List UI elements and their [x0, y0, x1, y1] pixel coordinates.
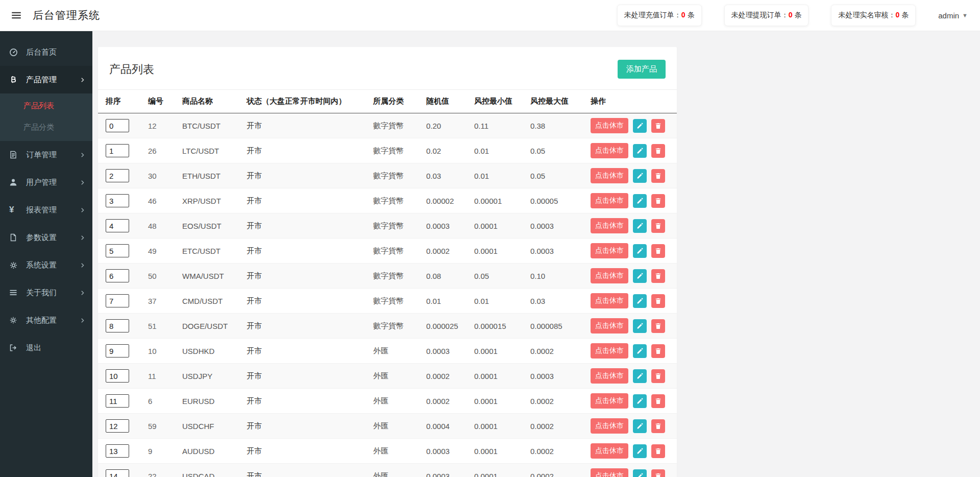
edit-button[interactable]	[633, 219, 647, 233]
edit-button[interactable]	[633, 194, 647, 208]
product-id: 37	[144, 289, 178, 314]
close-market-button[interactable]: 点击休市	[591, 243, 628, 258]
close-market-button[interactable]: 点击休市	[591, 193, 628, 208]
close-market-button[interactable]: 点击休市	[591, 343, 628, 359]
delete-button[interactable]	[651, 144, 665, 158]
risk-max-value: 0.0002	[526, 464, 586, 477]
sort-input[interactable]	[106, 419, 129, 433]
sort-input[interactable]	[106, 469, 129, 477]
close-market-button[interactable]: 点击休市	[591, 293, 628, 308]
sort-input[interactable]	[106, 294, 129, 307]
sort-input[interactable]	[106, 369, 129, 383]
sidebar-subitem-product-list[interactable]: 产品列表	[0, 95, 92, 116]
sort-input[interactable]	[106, 394, 129, 408]
product-category: 外匯	[369, 439, 422, 464]
random-value: 0.0003	[422, 439, 470, 464]
delete-button[interactable]	[651, 444, 665, 458]
sort-input[interactable]	[106, 194, 129, 207]
sidebar-item-reports[interactable]: ¥ 报表管理	[0, 196, 92, 224]
close-market-button[interactable]: 点击休市	[591, 418, 628, 434]
sidebar-item-system[interactable]: 系统设置	[0, 251, 92, 279]
close-market-button[interactable]: 点击休市	[591, 368, 628, 384]
edit-button[interactable]	[633, 394, 647, 408]
badge-withdraw-orders[interactable]: 未处理提现订单：0条	[724, 5, 809, 26]
close-market-button[interactable]: 点击休市	[591, 468, 628, 477]
sidebar-item-orders[interactable]: 订单管理	[0, 141, 92, 169]
close-market-button[interactable]: 点击休市	[591, 318, 628, 333]
hamburger-menu-icon[interactable]	[11, 10, 21, 20]
close-market-button[interactable]: 点击休市	[591, 118, 628, 133]
product-id: 26	[144, 138, 178, 163]
sidebar-item-users[interactable]: 用户管理	[0, 169, 92, 196]
sidebar-item-label: 退出	[26, 343, 41, 353]
sidebar-subitem-product-category[interactable]: 产品分类	[0, 116, 92, 138]
user-dropdown[interactable]: admin ▼	[938, 11, 968, 20]
badge-realname-audit[interactable]: 未处理实名审核：0条	[831, 5, 916, 26]
sidebar-item-products[interactable]: 产品管理	[0, 66, 92, 93]
edit-button[interactable]	[633, 419, 647, 433]
close-market-button[interactable]: 点击休市	[591, 443, 628, 459]
edit-button[interactable]	[633, 294, 647, 308]
delete-button[interactable]	[651, 294, 665, 308]
close-market-button[interactable]: 点击休市	[591, 393, 628, 409]
product-status: 开市	[242, 439, 369, 464]
delete-button[interactable]	[651, 194, 665, 208]
delete-button[interactable]	[651, 269, 665, 283]
sort-input[interactable]	[106, 219, 129, 232]
sidebar-item-home[interactable]: 后台首页	[0, 38, 92, 66]
product-category: 數字貨幣	[369, 113, 422, 138]
edit-button[interactable]	[633, 244, 647, 258]
add-product-button[interactable]: 添加产品	[618, 60, 666, 79]
product-name: WMA/USDT	[178, 264, 242, 289]
sidebar-item-params[interactable]: 参数设置	[0, 224, 92, 251]
risk-min-value: 0.0001	[470, 364, 526, 389]
product-id: 6	[144, 389, 178, 414]
table-row: 9 AUDUSD 开市 外匯 0.0003 0.0001 0.0002 点击休市	[98, 439, 677, 464]
sidebar-item-other[interactable]: 其他配置	[0, 306, 92, 334]
edit-button[interactable]	[633, 444, 647, 458]
product-id: 22	[144, 464, 178, 477]
risk-max-value: 0.0002	[526, 389, 586, 414]
delete-button[interactable]	[651, 319, 665, 333]
close-market-button[interactable]: 点击休市	[591, 143, 628, 158]
sort-input[interactable]	[106, 319, 129, 332]
edit-button[interactable]	[633, 319, 647, 333]
close-market-button[interactable]: 点击休市	[591, 218, 628, 233]
sort-input[interactable]	[106, 144, 129, 157]
delete-button[interactable]	[651, 344, 665, 358]
edit-button[interactable]	[633, 169, 647, 183]
edit-button[interactable]	[633, 269, 647, 283]
sort-input[interactable]	[106, 244, 129, 257]
risk-min-value: 0.0001	[470, 213, 526, 238]
sort-input[interactable]	[106, 269, 129, 282]
edit-button[interactable]	[633, 344, 647, 358]
edit-button[interactable]	[633, 144, 647, 158]
delete-button[interactable]	[651, 419, 665, 433]
sidebar-item-logout[interactable]: 退出	[0, 334, 92, 362]
edit-button[interactable]	[633, 469, 647, 477]
chevron-right-icon	[80, 207, 85, 213]
close-market-button[interactable]: 点击休市	[591, 168, 628, 183]
delete-button[interactable]	[651, 469, 665, 477]
edit-button[interactable]	[633, 369, 647, 383]
sort-input[interactable]	[106, 444, 129, 458]
sort-input[interactable]	[106, 169, 129, 182]
delete-button[interactable]	[651, 219, 665, 233]
sort-input[interactable]	[106, 119, 129, 132]
sidebar-item-about[interactable]: 关于我们	[0, 279, 92, 306]
sort-input[interactable]	[106, 344, 129, 357]
table-row: 51 DOGE/USDT 开市 數字貨幣 0.000025 0.000015 0…	[98, 314, 677, 339]
close-market-button[interactable]: 点击休市	[591, 268, 628, 283]
table-row: 12 BTC/USDT 开市 數字貨幣 0.20 0.11 0.38 点击休市	[98, 113, 677, 138]
delete-button[interactable]	[651, 394, 665, 408]
delete-button[interactable]	[651, 169, 665, 183]
chevron-right-icon	[80, 235, 85, 241]
product-name: AUDUSD	[178, 439, 242, 464]
delete-button[interactable]	[651, 244, 665, 258]
badge-recharge-label: 未处理充值订单：	[624, 11, 681, 19]
delete-button[interactable]	[651, 369, 665, 383]
delete-button[interactable]	[651, 119, 665, 133]
edit-button[interactable]	[633, 119, 647, 133]
delete-icon	[655, 273, 662, 279]
badge-recharge-orders[interactable]: 未处理充值订单：0条	[617, 5, 702, 26]
